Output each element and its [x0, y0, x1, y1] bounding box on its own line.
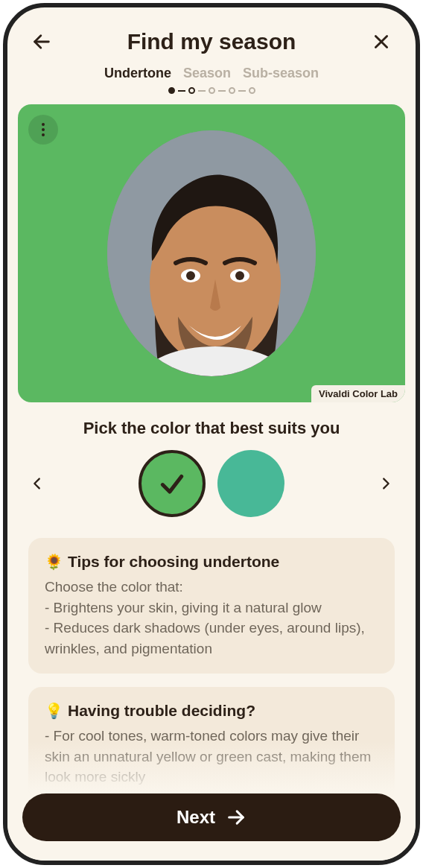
sunflower-icon: 🌻 [45, 553, 63, 571]
stepper: Undertone Season Sub-season [7, 66, 416, 94]
arrow-right-icon [226, 807, 247, 828]
tips-line-1: - Brightens your skin, giving it a natur… [45, 598, 378, 618]
step-dot [249, 87, 255, 94]
header: Find my season [7, 7, 416, 63]
device-frame: Find my season Undertone Season Sub-seas… [3, 3, 420, 865]
back-arrow-icon [31, 31, 52, 52]
stepper-dots [168, 87, 255, 94]
tips-title: 🌻 Tips for choosing undertone [45, 553, 378, 571]
step-sub-season[interactable]: Sub-season [243, 66, 319, 81]
watermark: Vivaldi Color Lab [311, 385, 405, 402]
swatch-row [7, 450, 416, 517]
step-dash [178, 90, 185, 92]
bottom-bar: Next [7, 741, 416, 861]
photo-area: Vivaldi Color Lab [18, 104, 405, 402]
tips-line-2: - Reduces dark shadows (under eyes, arou… [45, 618, 378, 659]
next-button[interactable]: Next [22, 793, 401, 841]
svg-point-8 [235, 271, 244, 280]
back-button[interactable] [27, 27, 57, 57]
kebab-icon [42, 122, 45, 138]
tips-title-text: Tips for choosing undertone [68, 553, 279, 571]
color-swatch-1[interactable] [139, 450, 206, 517]
next-swatch-button[interactable] [371, 469, 401, 498]
prompt-text: Pick the color that best suits you [7, 419, 416, 438]
prev-swatch-button[interactable] [22, 469, 52, 498]
svg-point-6 [186, 271, 195, 280]
chevron-left-icon [29, 475, 45, 492]
user-portrait [107, 130, 316, 376]
step-dot [229, 87, 235, 94]
photo-options-button[interactable] [28, 115, 58, 145]
step-season[interactable]: Season [183, 66, 231, 81]
step-dash [238, 90, 246, 92]
step-undertone[interactable]: Undertone [104, 66, 171, 81]
portrait-illustration [107, 130, 316, 376]
next-label: Next [176, 807, 215, 828]
tips-card: 🌻 Tips for choosing undertone Choose the… [28, 538, 395, 674]
color-swatch-2[interactable] [217, 450, 284, 517]
step-dot [209, 87, 215, 94]
trouble-title-text: Having trouble deciding? [68, 702, 255, 720]
step-dot [168, 87, 175, 94]
page-title: Find my season [127, 29, 296, 54]
step-dash [218, 90, 226, 92]
close-icon [372, 32, 391, 51]
step-dash [198, 90, 206, 92]
step-dot [188, 87, 195, 94]
tips-intro: Choose the color that: [45, 577, 378, 598]
trouble-title: 💡 Having trouble deciding? [45, 702, 378, 720]
close-button[interactable] [366, 27, 396, 57]
stepper-labels: Undertone Season Sub-season [104, 66, 319, 81]
chevron-right-icon [378, 475, 394, 492]
bulb-icon: 💡 [45, 702, 63, 720]
check-icon [158, 469, 186, 498]
